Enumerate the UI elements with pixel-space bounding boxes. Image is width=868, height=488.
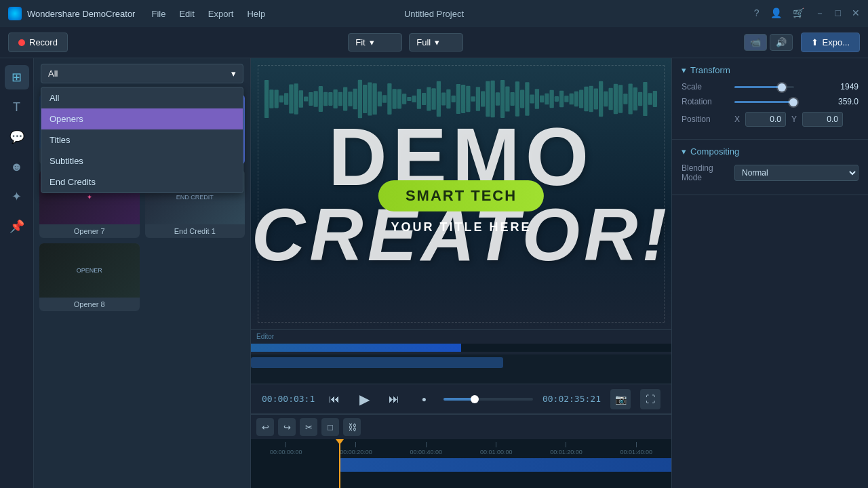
video-mode-btn[interactable]: 📹 xyxy=(744,34,767,51)
svg-rect-5 xyxy=(289,85,293,114)
link-tool-button[interactable]: ⛓ xyxy=(343,418,361,436)
sidebar-item-face[interactable]: ☻ xyxy=(5,155,29,179)
menu-edit[interactable]: Edit xyxy=(179,9,194,19)
scale-slider-handle[interactable] xyxy=(778,83,786,92)
blend-mode-select[interactable]: Normal Multiply Screen xyxy=(734,165,859,181)
svg-rect-14 xyxy=(334,89,338,108)
your-title-text: YOUR TITLE HERE xyxy=(251,220,671,235)
user-icon[interactable]: 👤 xyxy=(770,7,782,20)
rotation-slider-handle[interactable] xyxy=(789,98,797,106)
track-clip[interactable] xyxy=(339,458,671,472)
sidebar-item-subtitles[interactable]: 💬 xyxy=(5,125,29,149)
svg-rect-16 xyxy=(343,87,347,110)
timeline: ↩ ↪ ✂ □ ⛓ 00:00:00:00 00:00:20:00 00:00:… xyxy=(251,413,671,488)
transform-label: Transform xyxy=(690,65,730,75)
svg-rect-65 xyxy=(584,87,588,111)
filter-subtitles[interactable]: Subtitles xyxy=(41,150,243,171)
transform-section: ▾ Transform Scale 1949 Rotation 359.0 xyxy=(672,58,868,140)
fit-label: Fit xyxy=(355,37,365,47)
filter-titles[interactable]: Titles xyxy=(41,129,243,150)
cart-icon[interactable]: 🛒 xyxy=(793,7,804,20)
x-label: X xyxy=(734,115,740,124)
total-time-display: 00:02:35:21 xyxy=(542,394,601,404)
filter-chevron-icon: ▾ xyxy=(231,68,236,79)
svg-rect-33 xyxy=(427,87,431,111)
progress-handle[interactable] xyxy=(471,395,479,403)
fit-select[interactable]: Fit ▾ xyxy=(348,33,402,52)
dot-button[interactable]: ● xyxy=(414,389,434,409)
help-icon[interactable]: ? xyxy=(754,7,760,20)
record-label: Record xyxy=(29,37,58,47)
svg-rect-60 xyxy=(559,91,564,108)
video-preview: DEMO CREATOR! SMART TECH YOUR TITLE HERE xyxy=(251,58,671,329)
svg-rect-21 xyxy=(368,82,372,115)
list-item[interactable]: OPENER Opener 8 xyxy=(39,243,140,311)
sidebar-item-titles[interactable]: T xyxy=(5,95,29,119)
fullscreen-button[interactable]: ⛶ xyxy=(640,389,660,409)
rotation-value: 359.0 xyxy=(800,97,859,106)
play-back-button[interactable]: ⏮ xyxy=(324,389,344,409)
svg-rect-48 xyxy=(500,80,505,118)
undo-button[interactable]: ↩ xyxy=(256,418,274,436)
svg-rect-47 xyxy=(496,92,500,105)
svg-rect-31 xyxy=(417,89,421,109)
redo-button[interactable]: ↪ xyxy=(278,418,296,436)
rotation-row: Rotation 359.0 xyxy=(682,97,859,106)
play-forward-button[interactable]: ⏭ xyxy=(384,389,404,409)
svg-rect-26 xyxy=(393,89,397,108)
sidebar-item-effects[interactable]: ✦ xyxy=(5,184,29,209)
filter-end-credits[interactable]: End Credits xyxy=(41,171,243,192)
record-button[interactable]: Record xyxy=(8,33,68,52)
svg-rect-72 xyxy=(618,85,623,113)
track-area xyxy=(251,354,671,384)
snapshot-button[interactable]: 📷 xyxy=(610,389,631,409)
sidebar-item-pin[interactable]: 📌 xyxy=(5,214,29,239)
minimize-icon[interactable]: － xyxy=(815,7,825,20)
svg-rect-66 xyxy=(589,86,593,113)
svg-rect-51 xyxy=(515,81,519,116)
svg-rect-32 xyxy=(422,93,426,105)
svg-rect-70 xyxy=(609,88,613,110)
maximize-icon[interactable]: □ xyxy=(835,7,841,20)
scale-slider-fill xyxy=(734,86,782,88)
svg-rect-69 xyxy=(604,92,608,106)
svg-rect-22 xyxy=(373,83,377,115)
sidebar-item-media[interactable]: ⊞ xyxy=(5,65,29,89)
compositing-section-title: ▾ Compositing xyxy=(682,146,859,157)
filter-openers[interactable]: Openers xyxy=(41,108,243,129)
export-button[interactable]: ⬆ Expo... xyxy=(801,33,860,52)
square-tool-button[interactable]: □ xyxy=(321,418,339,436)
play-button[interactable]: ▶ xyxy=(354,389,374,409)
track-clip-inner xyxy=(251,357,503,368)
close-icon[interactable]: ✕ xyxy=(852,7,860,20)
svg-rect-73 xyxy=(623,94,627,104)
svg-rect-44 xyxy=(481,92,485,107)
fit-chevron-icon: ▾ xyxy=(370,37,374,47)
app-logo xyxy=(8,7,22,20)
filter-dropdown[interactable]: All ▾ xyxy=(41,64,243,83)
audio-mode-btn[interactable]: 🔊 xyxy=(770,34,793,51)
editor-label: Editor xyxy=(256,333,274,340)
ruler-mark: 00:00:20:00 xyxy=(321,442,391,455)
svg-rect-0 xyxy=(264,80,269,118)
cut-tool-button[interactable]: ✂ xyxy=(300,418,317,436)
y-input[interactable] xyxy=(802,112,843,127)
timeline-ruler: 00:00:00:00 00:00:20:00 00:00:40:00 00:0… xyxy=(251,439,671,455)
quality-select[interactable]: Full ▾ xyxy=(409,33,463,52)
menu-export[interactable]: Export xyxy=(208,9,234,19)
svg-rect-61 xyxy=(564,96,568,102)
svg-rect-62 xyxy=(570,94,574,105)
ruler-mark: 00:01:00:00 xyxy=(461,442,531,455)
menu-file[interactable]: File xyxy=(151,9,165,19)
rotation-slider[interactable] xyxy=(734,101,794,103)
menu-help[interactable]: Help xyxy=(247,9,265,19)
x-input[interactable] xyxy=(745,112,786,127)
progress-bar[interactable] xyxy=(443,398,533,401)
svg-rect-24 xyxy=(382,95,387,102)
scale-slider[interactable] xyxy=(734,86,794,88)
timeline-tools: ↩ ↪ ✂ □ ⛓ xyxy=(251,415,671,439)
ruler-label: 00:01:20:00 xyxy=(550,449,583,455)
svg-rect-6 xyxy=(294,83,298,114)
filter-all[interactable]: All xyxy=(41,87,243,108)
toolbar-center: Fit ▾ Full ▾ xyxy=(76,33,736,52)
